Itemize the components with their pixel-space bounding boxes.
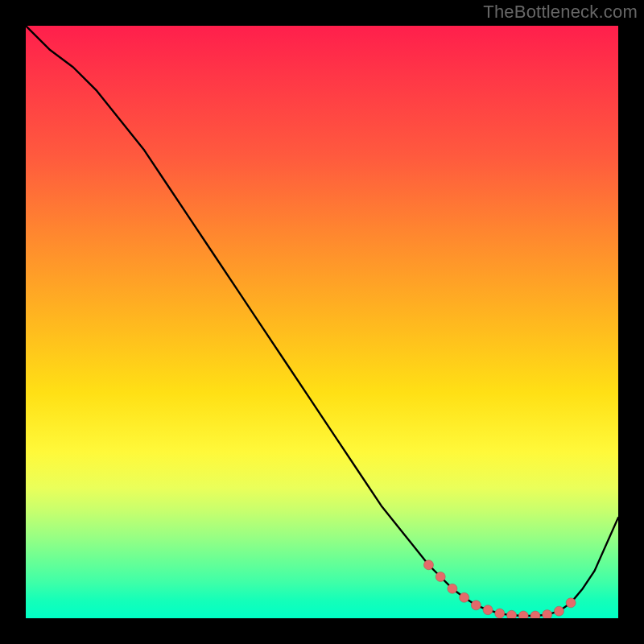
marker-dot bbox=[530, 611, 540, 618]
marker-dot bbox=[448, 584, 457, 593]
marker-dot bbox=[566, 598, 576, 608]
bottleneck-curve bbox=[26, 26, 618, 616]
watermark-text: TheBottleneck.com bbox=[483, 2, 638, 23]
marker-dot bbox=[483, 605, 493, 615]
marker-dot bbox=[518, 611, 528, 618]
curve-markers bbox=[423, 560, 576, 618]
marker-dot bbox=[543, 610, 552, 618]
marker-dot bbox=[507, 610, 517, 618]
marker-dot bbox=[436, 572, 445, 581]
plot-area bbox=[26, 26, 618, 618]
marker-dot bbox=[471, 601, 481, 610]
marker-dot bbox=[554, 606, 564, 616]
marker-dot bbox=[423, 560, 433, 570]
marker-dot bbox=[460, 592, 469, 602]
chart-frame: TheBottleneck.com bbox=[0, 0, 644, 644]
marker-dot bbox=[495, 609, 505, 618]
chart-svg bbox=[26, 26, 618, 618]
